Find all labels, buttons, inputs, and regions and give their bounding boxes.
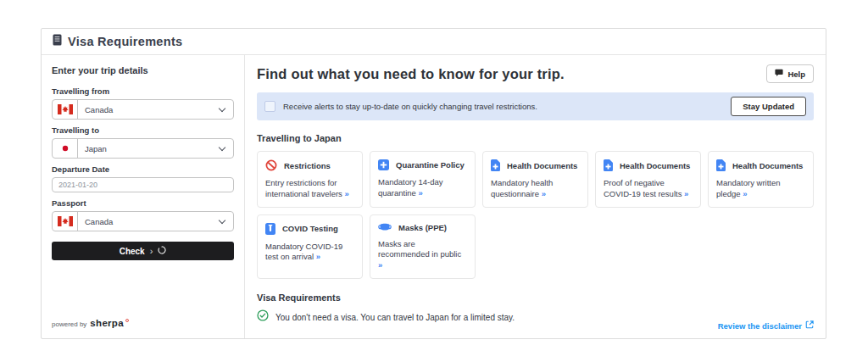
sherpa-logo-ring-icon <box>125 319 129 322</box>
card-health-documents-2[interactable]: Health Documents Proof of negative COVID… <box>595 151 701 208</box>
stay-updated-button[interactable]: Stay Updated <box>731 97 806 116</box>
health-document-icon <box>716 159 726 171</box>
card-quarantine-policy[interactable]: Quarantine Policy Mandatory 14-day quara… <box>370 151 476 208</box>
travelling-from-value: Canada <box>78 105 220 114</box>
card-title: Health Documents <box>732 161 803 170</box>
card-health-documents-1[interactable]: Health Documents Mandatory health questi… <box>482 151 588 208</box>
powered-by: powered by sherpa <box>52 318 234 328</box>
card-link-arrow[interactable]: » <box>419 188 423 198</box>
sidebar-heading: Enter your trip details <box>52 65 234 75</box>
travelling-from-label: Travelling from <box>52 86 234 96</box>
card-health-documents-3[interactable]: Health Documents Mandatory written pledg… <box>708 151 814 208</box>
quarantine-icon <box>378 159 389 170</box>
restrictions-icon <box>265 159 277 171</box>
card-link-arrow[interactable]: » <box>344 189 348 198</box>
card-text: Proof of negative COVID-19 test results <box>604 178 682 198</box>
card-link-arrow[interactable]: » <box>316 252 320 261</box>
card-title: Masks (PPE) <box>398 223 447 232</box>
passport-label: Passport <box>52 198 234 208</box>
passport-value: Canada <box>78 217 220 226</box>
card-link-arrow[interactable]: » <box>542 189 546 198</box>
trip-details-sidebar: Enter your trip details Travelling from … <box>42 55 245 338</box>
card-link-arrow[interactable]: » <box>743 189 747 198</box>
card-title: Health Documents <box>507 161 577 170</box>
canada-flag-icon <box>53 100 78 119</box>
review-disclaimer-label: Review the disclaimer <box>718 321 802 331</box>
external-link-icon <box>805 320 814 331</box>
widget-header: Visa Requirements <box>42 29 826 55</box>
card-text: Entry restrictions for international tra… <box>265 178 342 198</box>
departure-date-input[interactable] <box>52 177 234 192</box>
chat-bubble-icon <box>775 69 783 79</box>
canada-flag-icon <box>53 212 78 231</box>
card-text: Mandatory 14-day quarantine <box>378 177 443 198</box>
alert-checkbox[interactable] <box>264 101 275 112</box>
card-text: Masks are recommended in public <box>378 239 461 259</box>
travelling-to-value: Japan <box>78 144 220 153</box>
card-masks-ppe[interactable]: Masks (PPE) Masks are recommended in pub… <box>370 214 476 279</box>
departure-date-label: Departure Date <box>52 164 234 174</box>
alert-text: Receive alerts to stay up-to-date on qui… <box>283 102 723 111</box>
card-link-arrow[interactable]: » <box>378 260 382 270</box>
review-disclaimer-link[interactable]: Review the disclaimer <box>718 320 814 331</box>
chevron-down-icon <box>219 104 225 111</box>
check-button[interactable]: Check › <box>52 242 234 260</box>
help-button[interactable]: Help <box>766 64 814 83</box>
powered-by-label: powered by <box>52 320 86 328</box>
card-title: Health Documents <box>620 161 690 170</box>
travelling-to-select[interactable]: Japan <box>52 138 234 159</box>
travelling-to-section-title: Travelling to Japan <box>257 133 814 143</box>
card-text: Mandatory COVID-19 test on arrival <box>265 242 342 262</box>
chevron-down-icon <box>219 216 225 223</box>
travelling-from-select[interactable]: Canada <box>52 99 234 120</box>
health-document-icon <box>491 159 500 171</box>
card-covid-testing[interactable]: COVID Testing Mandatory COVID-19 test on… <box>257 214 363 279</box>
covid-testing-icon <box>265 223 275 235</box>
check-button-chevron: › <box>150 246 153 256</box>
passport-icon <box>53 34 62 49</box>
chevron-down-icon <box>219 143 225 150</box>
card-title: Quarantine Policy <box>396 160 465 170</box>
health-document-icon <box>604 159 613 171</box>
japan-flag-icon <box>53 139 78 158</box>
visa-result-text: You don't need a visa. You can travel to… <box>275 313 515 322</box>
main-heading: Find out what you need to know for your … <box>257 66 565 82</box>
spinner-icon <box>158 246 166 256</box>
passport-select[interactable]: Canada <box>52 211 234 231</box>
widget-title: Visa Requirements <box>68 35 182 48</box>
results-panel: Find out what you need to know for your … <box>245 55 826 338</box>
check-circle-icon <box>257 309 269 325</box>
sherpa-logo: sherpa <box>90 318 124 328</box>
card-text: Mandatory written pledge <box>716 178 781 198</box>
card-link-arrow[interactable]: » <box>684 189 688 198</box>
mask-icon <box>378 223 392 231</box>
visa-requirements-title: Visa Requirements <box>257 292 814 303</box>
alert-banner: Receive alerts to stay up-to-date on qui… <box>257 92 814 120</box>
visa-requirements-widget: Visa Requirements Enter your trip detail… <box>41 28 826 339</box>
help-button-label: Help <box>787 70 805 79</box>
card-title: Restrictions <box>284 161 331 170</box>
travelling-to-label: Travelling to <box>52 125 234 135</box>
check-button-label: Check <box>120 247 145 256</box>
travel-info-cards: Restrictions Entry restrictions for inte… <box>257 151 814 279</box>
card-title: COVID Testing <box>282 224 338 233</box>
card-restrictions[interactable]: Restrictions Entry restrictions for inte… <box>257 151 363 208</box>
